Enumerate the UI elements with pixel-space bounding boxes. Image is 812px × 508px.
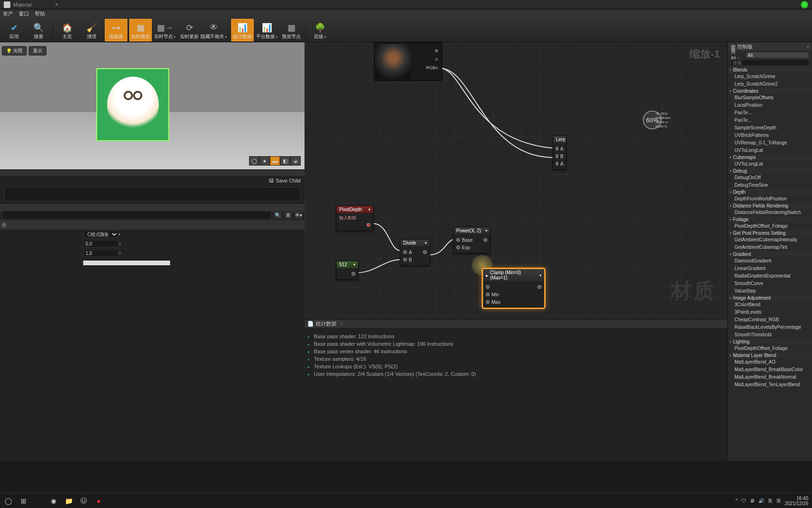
palette-close-icon[interactable]: × xyxy=(806,44,809,49)
palette-item[interactable]: SmoothThreshold xyxy=(728,331,812,339)
vp-shape-cylinder[interactable]: ◯ xyxy=(249,156,259,166)
palette-item[interactable]: CheapContrast_RGB xyxy=(728,316,812,324)
palette-item[interactable]: SampleSceneDepth xyxy=(728,124,812,132)
task-view-icon[interactable]: ⊞ xyxy=(19,496,28,506)
palette-search-input[interactable] xyxy=(731,59,809,66)
live-nodes-button[interactable]: ▦→实时节点▾ xyxy=(154,19,176,41)
system-clock[interactable]: 16:402021/12/26 xyxy=(785,496,808,506)
details-search-input[interactable] xyxy=(2,211,272,219)
palette-item[interactable]: UVRemap_0-1_ToRange xyxy=(728,139,812,147)
parent-material-field[interactable] xyxy=(4,187,300,201)
palette-item[interactable]: SmoothCurve xyxy=(728,280,812,287)
palette-item[interactable]: GetAmbientCubemapIntensity xyxy=(728,236,812,244)
palette-item[interactable]: GetAmbientCubemapTint xyxy=(728,244,812,251)
details-eye-icon[interactable]: 👁▾ xyxy=(294,211,303,219)
hide-unrelated-button[interactable]: 👁隐藏不相关▾ xyxy=(203,19,225,41)
palette-item[interactable]: Lerp_ScratchGrime2 xyxy=(728,80,812,88)
vp-shape-mesh[interactable]: ⬙ xyxy=(290,156,301,166)
save-child-icon[interactable]: 🖫 xyxy=(269,178,274,183)
details-slider[interactable] xyxy=(83,261,170,265)
stats-close-icon[interactable]: × xyxy=(340,321,343,326)
preview-viewport[interactable]: 💡光照 显示 ◯ ● ▬ ◧ ⬙ xyxy=(0,42,304,169)
apply-button[interactable]: ✔应用 xyxy=(3,19,25,41)
const-out[interactable] xyxy=(339,270,355,278)
palette-item[interactable]: MatLayerBlend_BreakNormal xyxy=(728,373,812,381)
palette-category[interactable]: Coordinates xyxy=(728,88,812,94)
pin-out-a[interactable]: A xyxy=(414,55,440,64)
palette-item[interactable]: 3PointLevels xyxy=(728,309,812,316)
vp-shape-cube[interactable]: ◧ xyxy=(280,156,290,166)
tray-monitor-icon[interactable]: 🖥 xyxy=(750,498,755,503)
platform-stats-button[interactable]: 📊平台数据▾ xyxy=(256,19,278,41)
lerp-pin-b[interactable]: B xyxy=(556,152,563,160)
pixeldepth-out[interactable] xyxy=(339,221,370,229)
save-child-button[interactable]: Save Child xyxy=(276,178,301,183)
palette-category[interactable]: Foliage xyxy=(728,216,812,222)
lerp-pin-a[interactable]: A xyxy=(556,145,563,152)
ime-indicator-2[interactable]: 英 xyxy=(776,498,781,504)
details-list-icon[interactable]: ≣ xyxy=(284,211,292,219)
palette-item[interactable]: MatLayerBlend_TenLayerBlend xyxy=(728,381,812,389)
palette-item[interactable]: PanTe… xyxy=(728,117,812,124)
power-node[interactable]: Power(X, 2)▾ Base Exp xyxy=(453,227,491,254)
const-512-node[interactable]: 512▾ xyxy=(336,261,359,280)
clamp-pin-in[interactable] xyxy=(486,283,541,291)
palette-item[interactable]: RadialGradientExponential xyxy=(728,272,812,280)
palette-category[interactable]: Distance Fields Rendering xyxy=(728,203,812,209)
pin-out-b[interactable]: B xyxy=(414,47,440,55)
palette-item[interactable]: LocalPosition xyxy=(728,102,812,109)
hierarchy-button[interactable]: 🌳层级▾ xyxy=(309,19,331,41)
palette-item[interactable]: LinearGradient xyxy=(728,265,812,272)
lighting-mode-button[interactable]: 💡光照 xyxy=(2,46,27,56)
palette-category[interactable]: Cubemaps xyxy=(728,154,812,160)
palette-category[interactable]: Image Adjustment xyxy=(728,295,812,301)
power-pin-base[interactable]: Base xyxy=(456,236,487,244)
palette-item[interactable]: 3ColorBlend xyxy=(728,301,812,309)
explorer-icon[interactable]: 📁 xyxy=(64,496,73,506)
palette-item[interactable]: BlurSampleOffsets xyxy=(728,94,812,102)
source-control-icon[interactable] xyxy=(801,1,808,8)
preview-nodes-button[interactable]: ▦预览节点 xyxy=(280,19,303,41)
clamp-node[interactable]: ▸Clamp (Min=0) (Max=1)▾ Min Max xyxy=(482,268,545,309)
start-button[interactable]: ◯ xyxy=(4,496,13,506)
pin-out-rgba[interactable]: RGBA xyxy=(414,64,440,72)
search-button[interactable]: 🔍搜索 xyxy=(27,19,50,41)
live-update-button[interactable]: ⟳实时更新 xyxy=(178,19,201,41)
palette-category[interactable]: Material Layer Blend xyxy=(728,352,812,358)
clamp-pin-min[interactable]: Min xyxy=(486,291,541,298)
menu-asset[interactable]: 资产 xyxy=(3,10,13,17)
palette-category[interactable]: Debug xyxy=(728,168,812,174)
vp-shape-sphere[interactable]: ● xyxy=(259,156,270,166)
divide-pin-a[interactable]: A xyxy=(403,248,427,256)
texture-sample-node[interactable]: B A RGBA xyxy=(374,42,442,81)
palette-category[interactable]: Depth xyxy=(728,189,812,195)
divide-node[interactable]: Divide▾ A B xyxy=(400,239,430,266)
divide-pin-b[interactable]: B xyxy=(403,256,427,263)
material-graph[interactable]: 缩放-1 材质 B A RGBA Lerp xyxy=(304,42,727,319)
palette-item[interactable]: DiamondGradient xyxy=(728,257,812,265)
unreal-icon[interactable]: Ⓤ xyxy=(79,496,88,506)
palette-item[interactable]: UVBrickPatterns xyxy=(728,132,812,139)
clamp-pin-max[interactable]: Max xyxy=(486,298,541,306)
menu-help[interactable]: 帮助 xyxy=(35,10,45,17)
palette-item[interactable]: UVToLongLat xyxy=(728,160,812,168)
connectors-button[interactable]: ⊶连接器 xyxy=(105,19,127,41)
palette-item[interactable]: MatLayerBlend_BreakBaseColor xyxy=(728,366,812,373)
palette-category[interactable]: Get Post Process Setting xyxy=(728,230,812,236)
palette-item[interactable]: PanTe… xyxy=(728,109,812,117)
record-icon[interactable]: ● xyxy=(94,496,103,506)
lerp-pin-alpha[interactable]: A xyxy=(556,160,563,167)
palette-item[interactable]: UVToLongLat xyxy=(728,147,812,154)
ime-indicator-1[interactable]: 英 xyxy=(768,498,773,504)
live-preview-button[interactable]: ▦实时预览 xyxy=(129,19,152,41)
tray-volume-icon[interactable]: 🔊 xyxy=(758,498,764,503)
stats-button[interactable]: 📊统计数据 xyxy=(231,19,254,41)
palette-item[interactable]: DebugTimeSine xyxy=(728,182,812,189)
chrome-icon[interactable]: ◉ xyxy=(49,496,58,506)
category-filter[interactable] xyxy=(746,52,809,58)
palette-item[interactable]: ValueStep xyxy=(728,287,812,295)
opacity-clip-min[interactable] xyxy=(83,240,118,247)
palette-item[interactable]: DebugOnOff xyxy=(728,174,812,182)
show-flags-button[interactable]: 显示 xyxy=(29,46,47,56)
blend-mode-select[interactable]: C模式限制 xyxy=(83,230,118,238)
